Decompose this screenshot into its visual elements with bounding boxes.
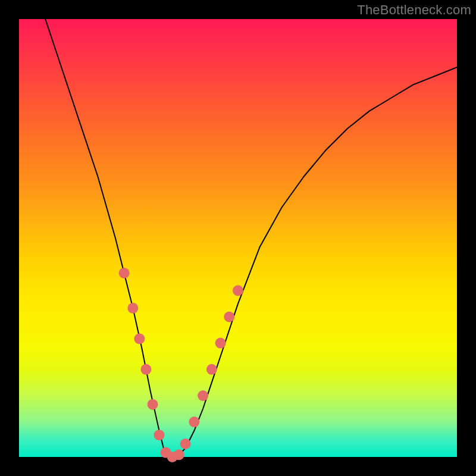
chart-marker [127, 303, 138, 314]
chart-marker [154, 430, 165, 440]
chart-markers [119, 268, 243, 462]
chart-marker [224, 312, 234, 322]
chart-marker [189, 416, 199, 427]
chart-frame: TheBottleneck.com [0, 0, 476, 476]
chart-marker [233, 285, 243, 296]
chart-marker [198, 390, 208, 401]
chart-curve [45, 19, 457, 457]
chart-marker [148, 399, 158, 410]
plot-area [19, 19, 457, 457]
chart-marker [180, 439, 191, 449]
chart-marker [215, 338, 226, 349]
chart-marker [140, 364, 151, 375]
chart-marker [134, 333, 145, 344]
chart-marker [119, 268, 130, 278]
chart-marker [174, 449, 184, 460]
chart-svg [19, 19, 457, 457]
chart-marker [206, 364, 217, 375]
watermark-label: TheBottleneck.com [357, 2, 471, 18]
